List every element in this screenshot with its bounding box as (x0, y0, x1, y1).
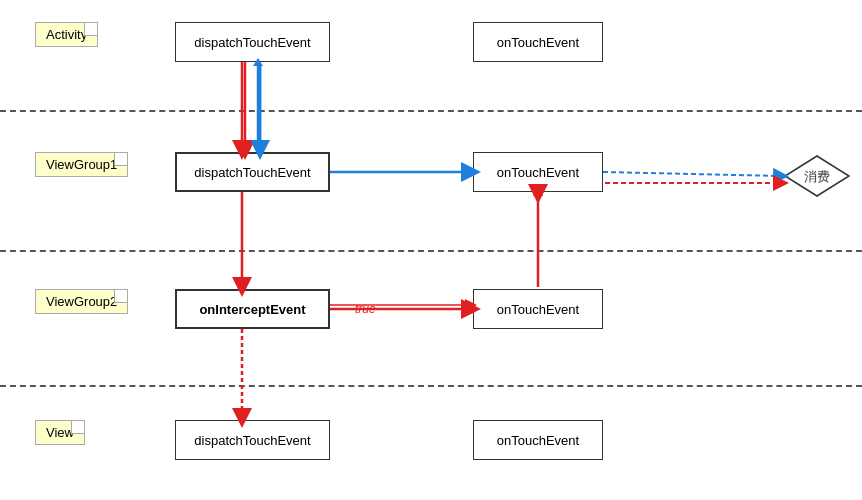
box-a-ontouch: onTouchEvent (473, 22, 603, 62)
separator-3 (0, 385, 862, 387)
svg-text:消费: 消费 (804, 169, 830, 184)
label-viewgroup1: ViewGroup1 (35, 152, 128, 177)
box-vg1-dispatch: dispatchTouchEvent (175, 152, 330, 192)
box-a-dispatch: dispatchTouchEvent (175, 22, 330, 62)
label-viewgroup2: ViewGroup2 (35, 289, 128, 314)
box-vg1-ontouch: onTouchEvent (473, 152, 603, 192)
true-label: true (352, 302, 379, 316)
box-v-ontouch: onTouchEvent (473, 420, 603, 460)
svg-line-16 (603, 172, 781, 176)
diamond-consume: 消费 (783, 154, 851, 198)
separator-1 (0, 110, 862, 112)
box-vg2-intercept: onInterceptEvent (175, 289, 330, 329)
box-vg2-ontouch: onTouchEvent (473, 289, 603, 329)
label-view: View (35, 420, 85, 445)
box-v-dispatch: dispatchTouchEvent (175, 420, 330, 460)
label-activity: Activity (35, 22, 98, 47)
separator-2 (0, 250, 862, 252)
diagram-container: Activity dispatchTouchEvent onTouchEvent… (0, 0, 862, 500)
